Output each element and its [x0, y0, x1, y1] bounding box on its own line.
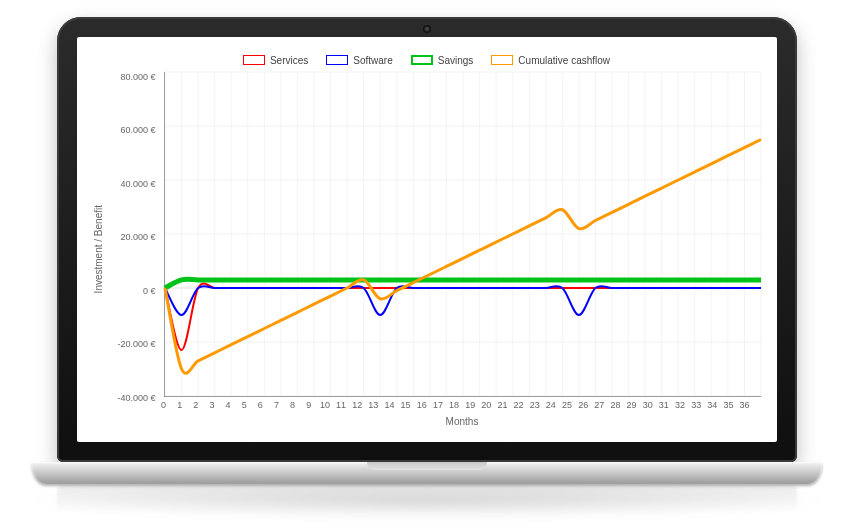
xtick: 3	[204, 400, 220, 414]
reflection	[57, 486, 797, 514]
laptop-base	[32, 462, 822, 484]
legend-item-cumulative: Cumulative cashflow	[491, 55, 610, 66]
legend-label-cumulative: Cumulative cashflow	[518, 55, 610, 66]
xtick: 30	[640, 400, 656, 414]
xtick: 20	[478, 400, 494, 414]
xtick: 13	[365, 400, 381, 414]
xtick: 1	[172, 400, 188, 414]
xtick: 27	[591, 400, 607, 414]
swatch-cumulative	[491, 55, 513, 65]
xtick: 4	[220, 400, 236, 414]
plot-area	[164, 72, 761, 397]
xtick: 23	[527, 400, 543, 414]
xtick: 17	[430, 400, 446, 414]
xtick: 28	[607, 400, 623, 414]
series-lines	[165, 72, 761, 396]
xtick: 0	[155, 400, 171, 414]
x-axis-ticks: 0123456789101112131415161718192021222324…	[164, 400, 761, 414]
xtick: 5	[236, 400, 252, 414]
ytick: -40.000 €	[108, 393, 156, 403]
y-axis-label: Investment / Benefit	[93, 205, 104, 293]
xtick: 7	[268, 400, 284, 414]
xtick: 34	[704, 400, 720, 414]
series-services	[165, 283, 761, 350]
xtick: 31	[656, 400, 672, 414]
series-cumulative-cashflow	[165, 139, 761, 373]
xtick: 24	[543, 400, 559, 414]
xtick: 11	[333, 400, 349, 414]
xtick: 2	[188, 400, 204, 414]
legend-item-services: Services	[243, 55, 308, 66]
series-software	[165, 286, 761, 315]
ytick: 0 €	[108, 286, 156, 296]
laptop-mockup: Services Software Savings Cumulative cas…	[32, 17, 822, 514]
xtick: 35	[720, 400, 736, 414]
ytick: 20.000 €	[108, 232, 156, 242]
xtick: 29	[624, 400, 640, 414]
swatch-software	[326, 55, 348, 65]
chart-legend: Services Software Savings Cumulative cas…	[93, 55, 761, 66]
y-axis-ticks: 80.000 € 60.000 € 40.000 € 20.000 € 0 € …	[108, 72, 160, 427]
xtick: 12	[349, 400, 365, 414]
xtick: 26	[575, 400, 591, 414]
xtick: 8	[285, 400, 301, 414]
xtick: 32	[672, 400, 688, 414]
xtick: 19	[462, 400, 478, 414]
xtick: 36	[736, 400, 752, 414]
swatch-services	[243, 55, 265, 65]
xtick: 9	[301, 400, 317, 414]
legend-label-software: Software	[353, 55, 392, 66]
camera-icon	[423, 25, 431, 33]
laptop-lid: Services Software Savings Cumulative cas…	[57, 17, 797, 462]
xtick: 25	[559, 400, 575, 414]
xtick: 33	[688, 400, 704, 414]
swatch-savings	[411, 55, 433, 65]
xtick: 15	[398, 400, 414, 414]
xtick: 22	[511, 400, 527, 414]
xtick: 21	[494, 400, 510, 414]
ytick: 40.000 €	[108, 179, 156, 189]
ytick: 60.000 €	[108, 125, 156, 135]
xtick: 18	[446, 400, 462, 414]
legend-item-software: Software	[326, 55, 392, 66]
screen: Services Software Savings Cumulative cas…	[77, 37, 777, 442]
ytick: -20.000 €	[108, 339, 156, 349]
legend-item-savings: Savings	[411, 55, 474, 66]
xtick: 6	[252, 400, 268, 414]
chart: Investment / Benefit 80.000 € 60.000 € 4…	[93, 72, 761, 427]
xtick: 16	[414, 400, 430, 414]
x-axis-label: Months	[164, 416, 761, 427]
legend-label-services: Services	[270, 55, 308, 66]
ytick: 80.000 €	[108, 72, 156, 82]
xtick: 10	[317, 400, 333, 414]
xtick: 14	[381, 400, 397, 414]
plot-column: 0123456789101112131415161718192021222324…	[164, 72, 761, 427]
series-savings	[165, 279, 761, 288]
legend-label-savings: Savings	[438, 55, 474, 66]
